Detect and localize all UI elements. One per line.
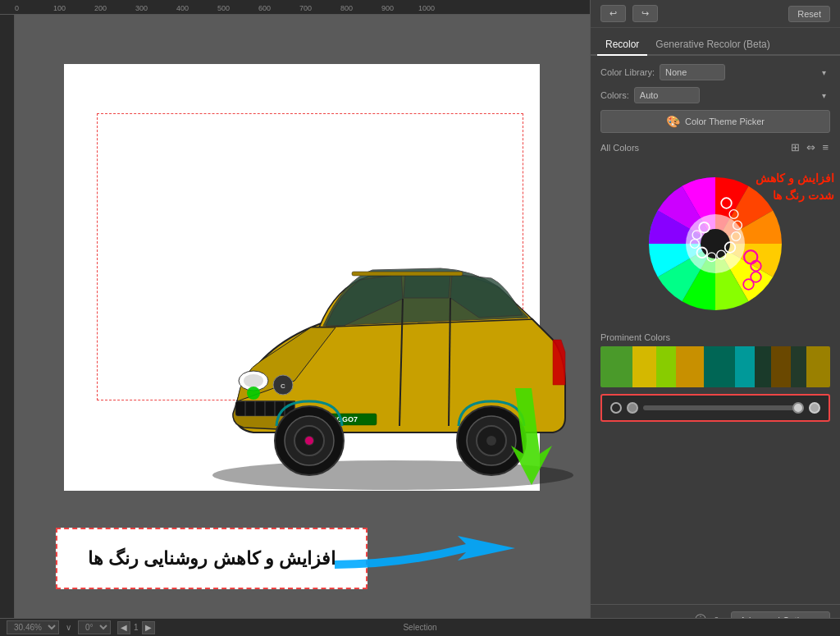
zoom-select[interactable]: 30.46% (7, 620, 59, 634)
ruler-mark: 500 (217, 4, 230, 12)
ruler-mark: 800 (340, 4, 353, 12)
right-panel: ↩ ↪ Reset Recolor Generative Recolor (Be… (590, 0, 840, 636)
toolbar-buttons: ↩ ↪ (600, 5, 658, 22)
color-swatch[interactable] (600, 346, 632, 387)
eyedropper-icon: 🎨 (666, 115, 680, 128)
prominent-colors-label: Prominent Colors (600, 332, 830, 342)
grid-icon[interactable]: ⊞ (789, 140, 801, 155)
ruler-left (0, 15, 15, 618)
tab-recolor[interactable]: Recolor (597, 34, 647, 56)
green-arrow (491, 388, 573, 487)
radio-button-left[interactable] (610, 402, 622, 414)
prominent-colors-section: Prominent Colors (600, 332, 830, 387)
color-swatch[interactable] (755, 346, 770, 387)
svg-text:C: C (281, 382, 285, 390)
slider-row (600, 394, 830, 422)
color-library-label: Color Library: (600, 67, 655, 77)
wheel-annotation: افزایش و کاهش شدت رنگ ها (756, 170, 834, 204)
color-swatch[interactable] (656, 346, 676, 387)
ruler-mark: 700 (299, 4, 312, 12)
colors-select[interactable]: Auto (634, 87, 700, 103)
theme-picker-label: Color Theme Picker (685, 117, 765, 126)
undo-button[interactable]: ↩ (600, 5, 626, 22)
ruler-mark: 100 (53, 4, 66, 12)
ruler-mark: 900 (381, 4, 394, 12)
tab-generative-recolor[interactable]: Generative Recolor (Beta) (647, 34, 778, 56)
status-center: Selection (403, 623, 436, 632)
prev-page-button[interactable]: ◀ (117, 621, 130, 634)
tabs-row: Recolor Generative Recolor (Beta) (591, 28, 840, 56)
color-swatch[interactable] (704, 346, 736, 387)
colors-select-wrapper: Auto (634, 87, 830, 103)
status-separator: ∨ (66, 623, 71, 632)
status-nav: ◀ 1 ▶ (117, 621, 155, 634)
svg-point-24 (247, 387, 260, 400)
slider-section (600, 394, 830, 422)
panel-body: Color Library: None Colors: Auto 🎨 Color… (591, 56, 840, 604)
slider-thumb[interactable] (792, 402, 804, 414)
wheel-annotation-line1: افزایش و کاهش (756, 172, 834, 185)
svg-rect-23 (352, 272, 463, 276)
list-icon[interactable]: ≡ (820, 140, 830, 155)
all-colors-header: All Colors ⊞ ⇔ ≡ (600, 140, 830, 155)
color-swatch[interactable] (791, 346, 806, 387)
color-library-select-wrapper: None (660, 64, 830, 80)
ruler-mark: 600 (258, 4, 271, 12)
color-library-select[interactable]: None (660, 64, 725, 80)
car-selection-box: C TIGGO7 (97, 113, 523, 400)
ruler-mark: 1000 (418, 4, 435, 12)
wheel-annotation-line2: شدت رنگ ها (773, 189, 834, 202)
page-number: 1 (134, 623, 139, 632)
selection-label: Selection (403, 623, 436, 632)
icon-row: ⊞ ⇔ ≡ (789, 140, 830, 155)
color-swatch[interactable] (735, 346, 755, 387)
svg-point-25 (305, 437, 313, 445)
colors-row: Colors: Auto (600, 87, 830, 103)
reset-button[interactable]: Reset (788, 6, 830, 22)
color-swatch[interactable] (806, 346, 830, 387)
all-colors-label: All Colors (600, 143, 639, 153)
redo-button[interactable]: ↪ (632, 5, 658, 22)
color-wheel-container: افزایش و کاهش شدت رنگ ها (600, 162, 830, 326)
color-swatch[interactable] (632, 346, 656, 387)
annotation-text: افزایش و کاهش روشنایی رنگ ها (88, 548, 336, 570)
prominent-colors-bar (600, 346, 830, 387)
next-page-button[interactable]: ▶ (142, 621, 155, 634)
color-library-row: Color Library: None (600, 64, 830, 80)
radio-button-right[interactable] (627, 402, 638, 414)
angle-select[interactable]: 0° (78, 620, 111, 634)
status-zoom: 30.46% (7, 620, 59, 634)
theme-picker-button[interactable]: 🎨 Color Theme Picker (600, 110, 830, 133)
colors-label: Colors: (600, 90, 629, 100)
svg-point-4 (244, 374, 263, 387)
status-bar: 30.46% ∨ 0° ◀ 1 ▶ Selection (0, 618, 840, 636)
canvas-area: C TIGGO7 افزای (15, 15, 590, 618)
ruler-mark: 200 (94, 4, 107, 12)
radio-button-end[interactable] (809, 402, 820, 414)
color-swatch[interactable] (771, 346, 791, 387)
blue-arrow (335, 519, 523, 577)
expand-icon[interactable]: ⇔ (805, 140, 817, 155)
slider-track[interactable] (643, 405, 804, 410)
toolbar-row: ↩ ↪ Reset (591, 0, 840, 28)
annotation-box: افزایش و کاهش روشنایی رنگ ها (56, 528, 368, 589)
ruler-mark: 0 (15, 4, 19, 12)
color-swatch[interactable] (676, 346, 704, 387)
ruler-mark: 400 (176, 4, 189, 12)
ruler-mark: 300 (135, 4, 148, 12)
